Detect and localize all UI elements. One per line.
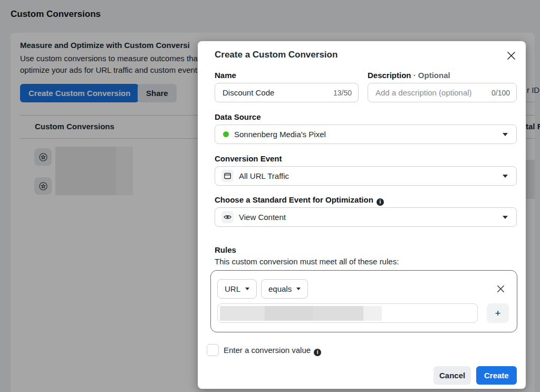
chevron-down-icon [503, 175, 508, 178]
conversion-value-checkbox[interactable] [207, 344, 219, 356]
redacted-rule-value [363, 306, 382, 321]
redacted-rule-value [265, 306, 313, 321]
conversion-value-label: Enter a conversion valuei [224, 346, 321, 356]
rule-field-value: URL [225, 284, 240, 293]
info-icon[interactable]: i [377, 198, 384, 206]
rules-label: Rules [215, 245, 236, 254]
rule-operator-dropdown[interactable]: equals [261, 279, 308, 299]
browser-window-icon [221, 170, 234, 182]
close-icon[interactable] [505, 49, 517, 62]
chevron-down-icon [245, 288, 249, 290]
eye-icon [221, 211, 234, 223]
data-source-label: Data Source [215, 112, 261, 121]
add-rule-button[interactable]: + [487, 303, 509, 323]
rules-description: This custom conversion must meet all of … [215, 257, 399, 266]
rule-operator-value: equals [268, 284, 292, 293]
name-input[interactable] [215, 83, 359, 102]
redacted-rule-value [313, 306, 363, 321]
remove-rule-icon[interactable] [495, 283, 506, 294]
conversion-event-selected-value: All URL Traffic [239, 171, 289, 180]
description-label-text: Description [368, 71, 411, 80]
conversion-event-label: Conversion Event [215, 154, 282, 163]
cancel-button[interactable]: Cancel [433, 366, 471, 385]
rule-field-dropdown[interactable]: URL [217, 279, 257, 299]
conversion-value-label-text: Enter a conversion value [224, 346, 311, 355]
screen: Custom Conversions Measure and Optimize … [0, 0, 540, 392]
standard-event-label-text: Choose a Standard Event for Optimization [215, 195, 373, 204]
create-button[interactable]: Create [476, 366, 517, 385]
rule-builder-box: URL equals + [210, 270, 517, 332]
rule-value-input[interactable] [217, 303, 478, 323]
modal-title: Create a Custom Conversion [215, 50, 338, 60]
data-source-dropdown[interactable]: Sonnenberg Media's Pixel [215, 125, 517, 144]
data-source-selected-value: Sonnenberg Media's Pixel [234, 130, 326, 139]
redacted-rule-value [220, 306, 265, 321]
chevron-down-icon [296, 288, 301, 290]
standard-event-dropdown[interactable]: View Content [215, 207, 517, 227]
description-optional-suffix: · Optional [413, 71, 450, 80]
description-label: Description · Optional [368, 71, 450, 80]
name-label: Name [215, 71, 236, 80]
description-input[interactable] [368, 83, 517, 102]
chevron-down-icon [503, 216, 508, 219]
description-field-wrap: 0/100 [368, 83, 517, 102]
name-field-wrap: 13/50 [215, 83, 359, 102]
create-custom-conversion-modal: Create a Custom Conversion Name 13/50 De… [198, 41, 526, 389]
active-status-dot-icon [223, 131, 229, 137]
info-icon[interactable]: i [314, 349, 321, 356]
conversion-event-dropdown[interactable]: All URL Traffic [215, 166, 517, 186]
standard-event-selected-value: View Content [239, 213, 286, 222]
standard-event-label: Choose a Standard Event for Optimization… [215, 195, 384, 206]
chevron-down-icon [503, 133, 508, 136]
